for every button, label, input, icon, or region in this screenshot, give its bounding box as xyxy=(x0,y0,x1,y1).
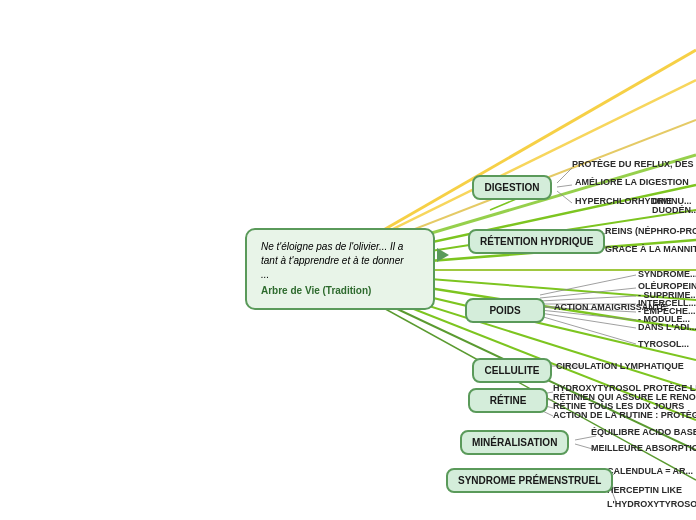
label-action-amaigrissante: ACTION AMAIGRISSANTE xyxy=(554,302,666,312)
center-line2: tant à t'apprendre et à te donner xyxy=(261,254,419,268)
svg-line-17 xyxy=(557,168,572,183)
label-lhydroxytyrosol: L'HYDROXYTYROSOL AC... xyxy=(607,499,696,509)
label-reins: REINS (NÉPHRO-PROTEC... xyxy=(605,226,696,236)
retine-node[interactable]: RÉTINE xyxy=(468,388,548,413)
label-circulation-lymph: CIRCULATION LYMPHATIQUE xyxy=(556,361,684,371)
mindmap-canvas: Ne t'éloigne pas de l'olivier... Il a ta… xyxy=(0,0,696,520)
label-action-rutine: ACTION DE LA RUTINE : PROTÈGE LES CAPILL… xyxy=(553,410,696,420)
svg-line-19 xyxy=(557,191,572,203)
label-duodenu: DUODÉN... xyxy=(652,205,696,215)
digestion-node[interactable]: DIGESTION xyxy=(472,175,552,200)
label-meilleure-absorption: MEILLEURE ABSORPTION DES S... xyxy=(591,443,696,453)
syndrome-pre-node[interactable]: SYNDROME PRÉMENSTRUEL xyxy=(446,468,613,493)
label-syndrome2: SYNDROME... xyxy=(638,269,696,279)
label-dans-adip: DANS L'ADI... xyxy=(638,322,696,332)
svg-line-33 xyxy=(540,275,636,295)
center-line1: Ne t'éloigne pas de l'olivier... Il a xyxy=(261,240,419,254)
label-calendula: CALENDULA = AR... xyxy=(607,466,693,476)
svg-line-35 xyxy=(540,296,636,301)
center-node: Ne t'éloigne pas de l'olivier... Il a ta… xyxy=(245,228,435,310)
center-line4: Arbre de Vie (Tradition) xyxy=(261,284,419,298)
center-line3: ... xyxy=(261,268,419,282)
expand-arrow[interactable] xyxy=(437,248,449,262)
label-protege-reflux: PROTÈGE DU REFLUX, DES INFECTIONS xyxy=(572,159,696,169)
mineralisation-node[interactable]: MINÉRALISATION xyxy=(460,430,569,455)
poids-node[interactable]: POIDS xyxy=(465,298,545,323)
label-herceptin: HERCEPTIN LIKE xyxy=(607,485,682,495)
label-grace-mannite: GRACE À LA MANNITE IT... xyxy=(605,244,696,254)
svg-line-40 xyxy=(540,316,636,344)
retention-node[interactable]: RÉTENTION HYDRIQUE xyxy=(468,229,605,254)
svg-line-39 xyxy=(540,313,636,328)
label-ameliore-digestion: AMÉLIORE LA DIGESTION xyxy=(575,177,689,187)
label-equilibre-acido: ÉQUILIBRE ACIDO BASE xyxy=(591,427,696,437)
svg-line-18 xyxy=(557,185,572,187)
svg-line-0 xyxy=(340,50,696,255)
cellulite-node[interactable]: CELLULITE xyxy=(472,358,552,383)
label-tyrosol: TYROSOL... xyxy=(638,339,689,349)
svg-line-34 xyxy=(540,288,636,298)
